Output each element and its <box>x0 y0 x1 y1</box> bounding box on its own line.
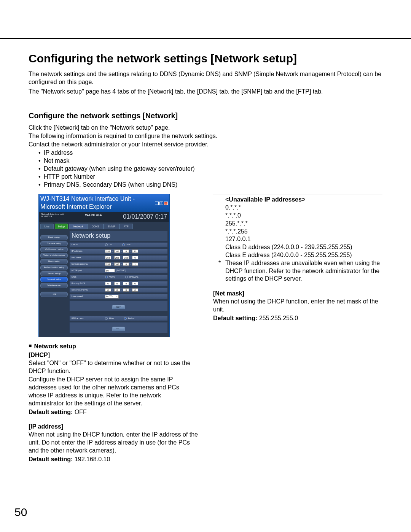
line-speed-select[interactable]: AUTO ▾ <box>105 295 119 299</box>
sdns-octet-input[interactable]: 0 <box>105 288 111 292</box>
list-item: HTTP port Number <box>38 173 382 181</box>
tab-ddns[interactable]: DDNS <box>88 224 104 229</box>
gw-octet-input[interactable]: 1 <box>132 262 138 266</box>
tab-network[interactable]: Network <box>69 224 88 229</box>
tab-ftp[interactable]: FTP <box>119 224 133 229</box>
window-controls: _ □ × <box>155 202 168 205</box>
network-setup-heading: Network setup <box>29 343 198 351</box>
row-http-port: HTTP port 80 (1-65535) <box>69 268 168 273</box>
sidebar-item-server-setup[interactable]: Server setup <box>40 271 68 276</box>
line-speed-value: AUTO <box>106 295 113 298</box>
right-column: <Unavailable IP addresses> 0.*.*.* *.*.*… <box>213 194 382 329</box>
maximize-icon[interactable]: □ <box>159 202 163 205</box>
mask-octet-input[interactable]: 255 <box>105 256 111 259</box>
dhcp-on-radio[interactable] <box>105 243 108 246</box>
tab-snmp[interactable]: SNMP <box>104 224 119 229</box>
list-item: 0.*.*.* <box>225 204 382 212</box>
pdns-octet-input[interactable]: 0 <box>123 282 129 285</box>
mask-octet-input[interactable]: 0 <box>132 256 138 259</box>
mask-octet-input[interactable]: 255 <box>123 256 129 259</box>
list-item: *.*.*.255 <box>225 228 382 236</box>
row-label: Secondary DNS <box>70 289 104 292</box>
unavailable-heading: <Unavailable IP addresses> <box>213 196 382 204</box>
sidebar-item-camera-setup[interactable]: Camera setup <box>40 241 68 246</box>
two-column-layout: WJ-NT314 Network interface Unit - Micros… <box>29 194 382 470</box>
section-heading: Configure the network settings [Network] <box>29 111 382 120</box>
netmask-p1: When not using the DHCP function, enter … <box>213 298 382 314</box>
ftp-allow-radio[interactable] <box>105 317 108 320</box>
sidebar-item-maintenance[interactable]: Maintenance <box>40 283 68 288</box>
row-ftp-access: FTP access Allow Forbid <box>69 316 168 321</box>
row-net-mask: Net mask 255. 255. 255. 0 <box>69 255 168 260</box>
netmask-default: Default setting: 255.255.255.0 <box>213 314 382 322</box>
minimize-icon[interactable]: _ <box>155 202 159 205</box>
brand-model: WJ-NT314 <box>85 213 102 221</box>
ip-octet-input[interactable]: 10 <box>132 249 138 253</box>
sidebar-item-video-analytics-setup[interactable]: Video analytics setup <box>40 253 68 258</box>
list-item: *.*.*.0 <box>225 212 382 220</box>
pdns-octet-input[interactable]: 0 <box>114 282 120 285</box>
sidebar-item-alarm-setup[interactable]: Alarm setup <box>40 259 68 264</box>
left-column: WJ-NT314 Network interface Unit - Micros… <box>29 194 198 470</box>
list-item: Class D address (224.0.0.0 - 239.255.255… <box>225 243 382 251</box>
row-label: IP address <box>70 250 104 253</box>
ip-default: Default setting: 192.168.0.10 <box>29 456 198 464</box>
row-dns: DNS AUTO MANUAL <box>69 275 168 280</box>
set-button[interactable]: SET <box>112 327 125 331</box>
ip-octet-input[interactable]: 0 <box>123 249 129 253</box>
note-text: These IP addresses are unavailable even … <box>225 259 382 283</box>
ftp-forbid-label: Forbid <box>128 317 134 320</box>
ip-octet-input[interactable]: 192 <box>105 249 111 253</box>
row-secondary-dns: Secondary DNS 0. 0. 0. 0 <box>69 287 168 293</box>
sidebar-item-basic-setup[interactable]: Basic setup <box>40 235 68 240</box>
sidebar-item-help[interactable]: Help <box>40 292 68 297</box>
gw-octet-input[interactable]: 0 <box>123 262 129 266</box>
star-note: * These IP addresses are unavailable eve… <box>213 259 382 283</box>
live-button[interactable]: Live <box>40 224 54 229</box>
http-port-hint: (1-65535) <box>116 269 126 272</box>
sdns-octet-input[interactable]: 0 <box>123 288 129 292</box>
dhcp-off-radio[interactable] <box>122 243 125 246</box>
sidebar-item-network-setup[interactable]: Network setup <box>40 277 68 282</box>
sidebar-item-authentication-setup[interactable]: Authentication setup <box>40 265 68 270</box>
close-icon[interactable]: × <box>164 202 168 205</box>
intro-p1: The network settings and the settings re… <box>29 70 382 86</box>
pdns-octet-input[interactable]: 0 <box>105 282 111 285</box>
section-p2: The following information is required to… <box>29 132 382 140</box>
pdns-octet-input[interactable]: 0 <box>132 282 138 285</box>
row-default-gateway: Default gateway 192. 168. 0. 1 <box>69 262 168 267</box>
http-port-input[interactable]: 80 <box>105 269 115 272</box>
list-item: Primary DNS, Secondary DNS (when using D… <box>38 181 382 189</box>
dhcp-default: Default setting: OFF <box>29 408 198 416</box>
gw-octet-input[interactable]: 168 <box>114 262 120 266</box>
dns-manual-radio[interactable] <box>125 276 128 278</box>
list-item: 255.*.*.* <box>225 220 382 228</box>
mask-octet-input[interactable]: 255 <box>114 256 120 259</box>
dns-auto-radio[interactable] <box>105 276 108 278</box>
row-line-speed: Line speed AUTO ▾ <box>69 294 168 299</box>
row-primary-dns: Primary DNS 0. 0. 0. 0 <box>69 281 168 286</box>
ftp-forbid-radio[interactable] <box>124 317 127 320</box>
sdns-octet-input[interactable]: 0 <box>132 288 138 292</box>
network-setup-screenshot: WJ-NT314 Network interface Unit - Micros… <box>38 194 170 337</box>
section-p3: Contact the network administrator or you… <box>29 141 382 148</box>
app-sidebar: Live Setup Basic setup Camera setup Mult… <box>40 224 68 333</box>
row-label: DHCP <box>70 243 104 246</box>
default-value: OFF <box>73 409 86 415</box>
sdns-octet-input[interactable]: 0 <box>114 288 120 292</box>
gw-octet-input[interactable]: 192 <box>105 262 111 266</box>
default-label: Default setting: <box>213 315 257 321</box>
sidebar-item-multiscreen-setup[interactable]: Multi-screen setup <box>40 247 68 252</box>
row-dhcp: DHCP ON OFF <box>69 242 168 248</box>
default-label: Default setting: <box>29 456 73 462</box>
window-title: WJ-NT314 Network interface Unit - Micros… <box>40 195 155 211</box>
chevron-down-icon: ▾ <box>116 295 118 298</box>
row-label: Default gateway <box>70 263 104 266</box>
set-button[interactable]: SET <box>112 305 125 310</box>
ip-octet-input[interactable]: 168 <box>114 249 120 253</box>
group-title: Network setup <box>69 231 168 241</box>
setup-button[interactable]: Setup <box>55 224 68 229</box>
dhcp-heading: [DHCP] <box>29 351 198 359</box>
app-main: Network DDNS SNMP FTP Network setup DHCP… <box>69 224 168 333</box>
list-item: Class E address (240.0.0.0 - 255.255.255… <box>225 251 382 259</box>
